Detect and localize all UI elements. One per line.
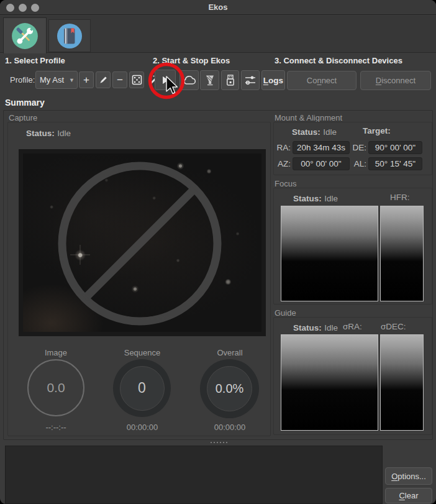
ekos-window: Ekos 1. Select Profile [0,0,436,504]
logs-button[interactable]: Logs [261,70,285,90]
guide-drift-panel [281,334,378,431]
guide-status-value: Idle [324,323,338,332]
clear-label-key: C [399,491,404,500]
log-view[interactable] [5,446,383,504]
mount-status-label: Status: [292,127,320,137]
tab-setup[interactable] [3,17,47,53]
chevron-down-icon: ▼ [69,77,75,83]
tab-logs[interactable] [48,19,91,52]
guide-sigma-ra-label: σRA: [343,322,362,331]
profile-dropdown[interactable]: My Ast ▼ [35,71,78,89]
gauge-overall-time: 00:00:00 [205,423,255,432]
options-label-post: ptions... [397,472,426,481]
ekoslive-button[interactable] [179,70,199,90]
ra-value-field: 20h 34m 43s [293,141,350,154]
focus-group-title: Focus [275,179,296,188]
focus-status-label: Status: [293,194,322,203]
connect-label-post: nect [322,76,337,85]
profile-label: Profile: [10,75,35,85]
al-label: AL: [350,159,366,168]
gauge-sequence: 0 [113,359,171,417]
cloud-icon [183,75,196,85]
focus-profile-panel [281,206,378,301]
mount-group-title: Mount & Alignment [275,113,342,122]
remove-profile-button[interactable]: − [112,71,127,88]
usb-device-icon [225,74,235,86]
gauge-overall-label: Overall [205,348,255,357]
tools-icon [11,22,39,50]
custom-drivers-button[interactable] [129,71,144,88]
section-start-stop-title: 2. Start & Stop Ekos [153,56,230,65]
guide-status-label: Status: [293,323,322,332]
custom-drivers-dice-icon [132,75,142,85]
de-value-field: 90° 00' 00" [368,141,422,154]
guide-sigma-panel [380,334,424,431]
mount-status-value: Idle [323,127,337,137]
no-image-overlay [23,153,261,332]
gauge-sequence-inner: 0 [120,366,165,411]
section-select-profile-title: 1. Select Profile [5,56,65,65]
gauge-sequence-value: 0 [138,380,146,396]
focus-hfr-panel [380,206,424,301]
title-bar: Ekos [0,0,436,15]
de-label: DE: [350,143,366,152]
disconnect-label-key: D [376,76,381,85]
az-label: AZ: [275,159,291,168]
capture-status: Status: Idle [26,127,71,139]
mount-status: Status: Idle [292,126,337,137]
edit-pencil-icon [98,75,108,85]
capture-status-value: Idle [57,129,71,138]
add-profile-button[interactable]: + [79,71,94,88]
tab-strip-divider [0,52,436,53]
guide-group-title: Guide [275,308,296,318]
sliders-icon [244,75,257,86]
focus-hfr-label: HFR: [390,193,410,202]
start-ekos-button[interactable] [155,70,176,90]
ekos-options-button[interactable] [241,70,260,90]
indi-control-panel-button[interactable] [200,70,219,90]
capture-preview [19,149,266,336]
gauge-overall-value: 0.0% [216,382,244,396]
gauge-overall: 0.0% [200,359,259,418]
options-button[interactable]: Options... [385,467,432,485]
edit-profile-button[interactable] [96,71,111,88]
disconnect-label-post: isconnect [381,76,416,85]
indi-icon [204,74,216,86]
gauge-image-label: Image [31,348,81,357]
gauge-sequence-time: 00:00:00 [117,423,167,432]
clear-button[interactable]: Clear [385,488,432,503]
logs-label-post: ogs [268,76,283,85]
prohibition-sign-icon [62,166,217,321]
section-devices-title: 3. Connect & Disconnect Devices [275,56,402,65]
ra-label: RA: [275,143,291,152]
gauge-overall-inner: 0.0% [207,366,252,411]
play-icon [159,74,171,86]
clear-label-post: lear [405,491,419,500]
splitter-handle[interactable] [205,441,232,444]
remove-icon: − [117,74,123,86]
add-icon: + [83,74,89,86]
az-value-field: 00° 00' 00" [293,157,350,170]
options-label-key: O [391,472,397,481]
gauge-image-value: 0.0 [47,380,65,395]
profile-dropdown-value: My Ast [40,75,64,85]
device-manager-button[interactable] [221,70,239,90]
capture-group-title: Capture [9,113,37,122]
window-title: Ekos [0,0,436,15]
connect-button[interactable]: Connect [287,71,357,90]
notebook-icon [56,22,83,50]
guide-status: Status: Idle [293,322,338,333]
connect-label-pre: Co [307,76,317,85]
focus-status: Status: Idle [293,193,338,204]
focus-status-value: Idle [324,194,338,203]
capture-status-label: Status: [26,129,55,138]
logs-label-key: L [263,76,268,85]
disconnect-button[interactable]: Disconnect [360,71,431,90]
gauge-image-time: --:--:-- [31,423,81,432]
guide-sigma-dec-label: σDEC: [381,322,406,331]
gauge-image: 0.0 [27,359,84,416]
connect-label-key: n [317,76,321,85]
gauge-sequence-label: Sequence [117,348,167,357]
al-value-field: 50° 15' 45" [368,157,422,170]
mount-target-label: Target: [363,126,391,135]
